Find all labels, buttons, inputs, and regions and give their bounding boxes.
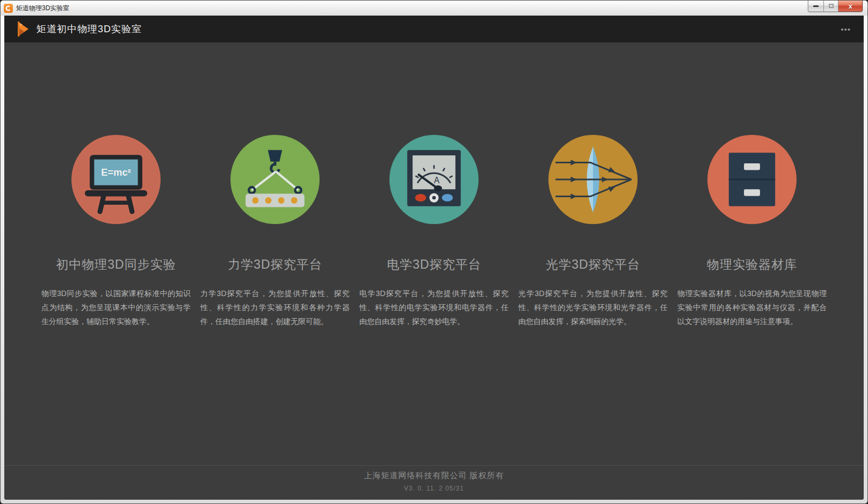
window-controls: x: [808, 1, 863, 12]
module-card-optics[interactable]: 光学3D探究平台 光学3D探究平台，为您提供开放性、探究性、科学性的光学实验环境…: [513, 135, 672, 329]
app-icon: [4, 4, 13, 13]
module-description: 光学3D探究平台，为您提供开放性、探究性、科学性的光学实验环境和光学器件，任由您…: [518, 287, 668, 329]
main-area: E=mc² 初中物理3D同步实验 物理3D同步实验，以国家课程标准中的知识点为结…: [4, 42, 864, 465]
module-grid: E=mc² 初中物理3D同步实验 物理3D同步实验，以国家课程标准中的知识点为结…: [37, 42, 831, 465]
close-icon: x: [848, 3, 852, 10]
app-header: 矩道初中物理3D实验室 •••: [4, 16, 864, 42]
module-title[interactable]: 电学3D探究平台: [387, 256, 481, 273]
module-card-mechanics[interactable]: 力学3D探究平台 力学3D探究平台，为您提供开放性、探究性、科学性的力学实验环境…: [196, 135, 355, 329]
brand-logo-icon: [16, 21, 30, 37]
module-card-sync-experiments[interactable]: E=mc² 初中物理3D同步实验 物理3D同步实验，以国家课程标准中的知识点为结…: [37, 135, 196, 329]
app-content: 矩道初中物理3D实验室 ••• E=mc²: [4, 16, 864, 500]
svg-text:E=mc²: E=mc²: [101, 167, 131, 178]
app-window: 矩道物理3D实验室 x 矩道初中物理3D实验室 •••: [0, 0, 868, 504]
copyright-text: 上海矩道网络科技有限公司 版权所有: [364, 471, 504, 481]
minimize-button[interactable]: [808, 1, 824, 12]
svg-text:A: A: [434, 176, 440, 185]
app-header-title: 矩道初中物理3D实验室: [37, 23, 142, 35]
module-card-equipment-library[interactable]: 物理实验器材库 物理实验器材库，以3D的视角为您呈现物理实验中常用的各种实验器材…: [672, 135, 831, 329]
overflow-menu-button[interactable]: •••: [841, 25, 851, 33]
module-title[interactable]: 物理实验器材库: [707, 256, 797, 273]
version-text: V3. 0. 11. 2 05/31: [404, 485, 464, 492]
module-title[interactable]: 力学3D探究平台: [228, 256, 322, 273]
os-titlebar: 矩道物理3D实验室 x: [1, 1, 867, 16]
module-title[interactable]: 光学3D探究平台: [546, 256, 640, 273]
module-description: 物理3D同步实验，以国家课程标准中的知识点为结构，为您呈现课本中的演示实验与学生…: [41, 287, 191, 329]
maximize-button[interactable]: [824, 1, 838, 12]
convex-lens-icon[interactable]: [548, 135, 638, 224]
window-title: 矩道物理3D实验室: [16, 4, 69, 13]
module-description: 物理实验器材库，以3D的视角为您呈现物理实验中常用的各种实验器材与仪器，并配合以…: [677, 287, 827, 329]
app-footer: 上海矩道网络科技有限公司 版权所有 V3. 0. 11. 2 05/31: [4, 465, 864, 500]
module-title[interactable]: 初中物理3D同步实验: [56, 256, 176, 273]
close-button[interactable]: x: [838, 1, 863, 12]
module-card-electricity[interactable]: A 电学3D探究平台 电学3D探究平台，为您提供开放性、探究性、科学性的电学实验…: [355, 135, 513, 329]
minimize-icon: [813, 5, 819, 7]
module-description: 电学3D探究平台，为您提供开放性、探究性、科学性的电学实验环境和电学器件，任由您…: [359, 287, 509, 329]
module-description: 力学3D探究平台，为您提供开放性、探究性、科学性的力学实验环境和各种力学器件，任…: [200, 287, 350, 329]
crane-hook-icon[interactable]: [230, 135, 320, 224]
blackboard-icon[interactable]: E=mc²: [71, 135, 161, 224]
cabinet-icon[interactable]: [707, 135, 797, 224]
maximize-icon: [829, 4, 834, 8]
ammeter-icon[interactable]: A: [389, 135, 479, 224]
